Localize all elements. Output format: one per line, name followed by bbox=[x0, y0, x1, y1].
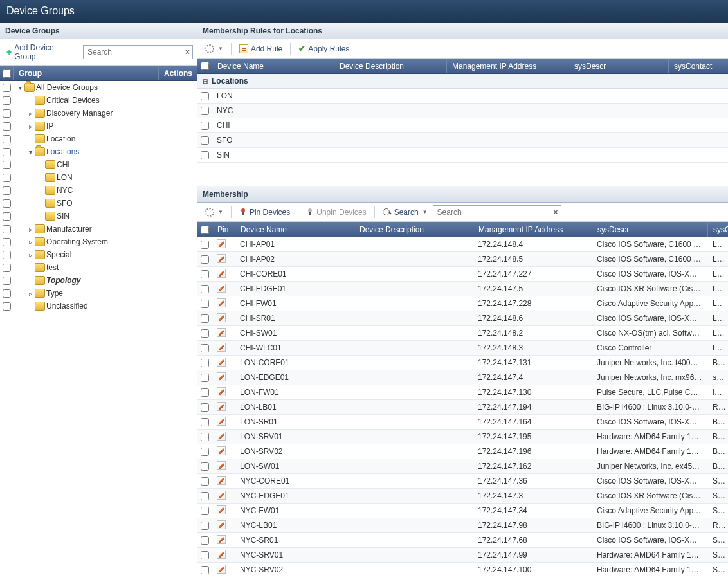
col-group[interactable]: Group bbox=[13, 66, 158, 80]
tree-toggle-icon[interactable]: ▹ bbox=[27, 290, 33, 297]
col-device-name[interactable]: Device Name bbox=[212, 59, 334, 73]
col-actions[interactable]: Actions bbox=[158, 66, 197, 80]
col-sysdescr[interactable]: sysDescr bbox=[569, 59, 668, 73]
add-device-group-button[interactable]: + Add Device Group bbox=[4, 42, 79, 62]
collapse-icon[interactable]: ⊟ bbox=[203, 78, 208, 85]
membership-row[interactable]: LON-EDGE01172.24.147.4Juniper Networks, … bbox=[197, 370, 728, 385]
tree-row[interactable]: Unclassified bbox=[0, 300, 197, 313]
membership-row-checkbox[interactable] bbox=[201, 329, 209, 338]
membership-row-checkbox[interactable] bbox=[201, 314, 209, 323]
membership-row[interactable]: LON-SW01172.24.147.162Juniper Networks, … bbox=[197, 459, 728, 474]
tree-row-checkbox[interactable] bbox=[3, 174, 11, 182]
membership-row-checkbox[interactable] bbox=[201, 285, 209, 293]
membership-row[interactable]: CHI-WLC01172.24.148.3Cisco ControllerLuk bbox=[197, 341, 728, 356]
tree-row[interactable]: Location bbox=[0, 132, 197, 145]
tree-toggle-icon[interactable]: ▾ bbox=[27, 149, 33, 156]
rule-row[interactable]: LON bbox=[197, 89, 728, 104]
membership-select-all-checkbox[interactable] bbox=[201, 226, 209, 234]
membership-row[interactable]: CHI-CORE01172.24.147.227Cisco IOS Softwa… bbox=[197, 267, 728, 282]
edit-icon[interactable] bbox=[217, 550, 226, 559]
tree-row-checkbox[interactable] bbox=[3, 84, 11, 92]
rule-row-checkbox[interactable] bbox=[201, 107, 209, 115]
tree-row-checkbox[interactable] bbox=[3, 302, 11, 311]
rule-row-checkbox[interactable] bbox=[201, 151, 209, 159]
tree-toggle-icon[interactable]: ▹ bbox=[27, 123, 33, 130]
membership-row[interactable]: NYC-CORE01172.24.147.36Cisco IOS Softwar… bbox=[197, 474, 728, 489]
device-group-tree[interactable]: ▾All Device GroupsCritical Devices▹Disco… bbox=[0, 81, 197, 582]
membership-row[interactable]: CHI-AP01172.24.148.4Cisco IOS Software, … bbox=[197, 237, 728, 252]
tree-row[interactable]: ▹Operating System bbox=[0, 235, 197, 248]
edit-icon[interactable] bbox=[217, 402, 226, 411]
tree-row[interactable]: NYC bbox=[0, 184, 197, 197]
membership-row-checkbox[interactable] bbox=[201, 507, 209, 515]
rule-row[interactable]: CHI bbox=[197, 118, 728, 133]
membership-row-checkbox[interactable] bbox=[201, 551, 209, 559]
rules-select-all-checkbox[interactable] bbox=[201, 62, 209, 70]
edit-icon[interactable] bbox=[217, 343, 226, 352]
rules-group-row[interactable]: ⊟ Locations bbox=[197, 74, 728, 89]
edit-icon[interactable] bbox=[217, 535, 226, 544]
tree-toggle-icon[interactable]: ▾ bbox=[17, 84, 23, 91]
edit-icon[interactable] bbox=[217, 269, 226, 278]
tree-row[interactable]: SIN bbox=[0, 210, 197, 223]
col-pin[interactable]: Pin bbox=[212, 223, 235, 237]
rule-row-checkbox[interactable] bbox=[201, 136, 209, 145]
unpin-devices-button[interactable]: Unpin Devices bbox=[304, 206, 369, 218]
membership-row[interactable]: LON-FW01172.24.147.130Pulse Secure, LLC,… bbox=[197, 385, 728, 400]
col-mgmt-ip[interactable]: Management IP Address bbox=[473, 223, 592, 237]
tree-row-checkbox[interactable] bbox=[3, 212, 11, 221]
rule-row[interactable]: NYC bbox=[197, 104, 728, 118]
rule-row-checkbox[interactable] bbox=[201, 92, 209, 100]
membership-row[interactable]: CHI-SR01172.24.148.6Cisco IOS Software, … bbox=[197, 311, 728, 326]
membership-row[interactable]: NYC-SR01172.24.147.68Cisco IOS Software,… bbox=[197, 533, 728, 548]
tree-toggle-icon[interactable]: ▹ bbox=[27, 226, 33, 233]
tree-row-checkbox[interactable] bbox=[3, 148, 11, 156]
tree-row-checkbox[interactable] bbox=[3, 238, 11, 246]
membership-row[interactable]: NYC-LB01172.24.147.98BIG-IP i4600 : Linu… bbox=[197, 518, 728, 533]
rules-settings-button[interactable]: ▼ bbox=[203, 43, 226, 55]
membership-row-checkbox[interactable] bbox=[201, 536, 209, 545]
membership-row[interactable]: LON-LB01172.24.147.194BIG-IP i4600 : Lin… bbox=[197, 400, 728, 415]
col-mgmt-ip[interactable]: Management IP Address bbox=[446, 59, 569, 73]
apply-rules-button[interactable]: ✔ Apply Rules bbox=[296, 42, 352, 55]
col-device-name[interactable]: Device Name bbox=[235, 223, 354, 237]
tree-toggle-icon[interactable]: ▹ bbox=[27, 110, 33, 117]
edit-icon[interactable] bbox=[217, 298, 226, 307]
edit-icon[interactable] bbox=[217, 284, 226, 293]
col-syscontact[interactable]: sysContact bbox=[707, 223, 728, 237]
membership-row-checkbox[interactable] bbox=[201, 418, 209, 426]
rule-row[interactable]: SFO bbox=[197, 133, 728, 148]
tree-toggle-icon[interactable]: ▹ bbox=[27, 239, 33, 246]
pin-devices-button[interactable]: Pin Devices bbox=[237, 206, 293, 218]
tree-row[interactable]: ▾All Device Groups bbox=[0, 81, 197, 94]
tree-row[interactable]: CHI bbox=[0, 158, 197, 171]
membership-row[interactable]: LON-SRV01172.24.147.195Hardware: AMD64 F… bbox=[197, 430, 728, 444]
edit-icon[interactable] bbox=[217, 520, 226, 529]
membership-row-checkbox[interactable] bbox=[201, 403, 209, 412]
membership-row-checkbox[interactable] bbox=[201, 270, 209, 278]
tree-row-checkbox[interactable] bbox=[3, 264, 11, 272]
tree-row[interactable]: ▹Discovery Manager bbox=[0, 107, 197, 120]
tree-row[interactable]: ▹IP bbox=[0, 120, 197, 132]
col-syscontact[interactable]: sysContact bbox=[668, 59, 728, 73]
membership-row-checkbox[interactable] bbox=[201, 522, 209, 530]
membership-row-checkbox[interactable] bbox=[201, 448, 209, 456]
edit-icon[interactable] bbox=[217, 372, 226, 381]
edit-icon[interactable] bbox=[217, 491, 226, 500]
membership-row[interactable]: NYC-EDGE01172.24.147.3Cisco IOS XR Softw… bbox=[197, 489, 728, 504]
edit-icon[interactable] bbox=[217, 358, 226, 367]
membership-row[interactable]: NYC-SRV02172.24.147.100Hardware: AMD64 F… bbox=[197, 563, 728, 577]
clear-search-icon[interactable]: × bbox=[554, 208, 558, 217]
membership-search-button[interactable]: Search ▼ bbox=[380, 206, 430, 218]
membership-row-checkbox[interactable] bbox=[201, 344, 209, 352]
edit-icon[interactable] bbox=[217, 417, 226, 426]
tree-row-checkbox[interactable] bbox=[3, 122, 11, 131]
membership-row-checkbox[interactable] bbox=[201, 566, 209, 574]
tree-row[interactable]: SFO bbox=[0, 197, 197, 210]
edit-icon[interactable] bbox=[217, 461, 226, 470]
membership-row[interactable]: LON-SRV02172.24.147.196Hardware: AMD64 F… bbox=[197, 444, 728, 459]
left-search[interactable]: × bbox=[83, 45, 193, 59]
clear-search-icon[interactable]: × bbox=[185, 48, 190, 57]
membership-search-input[interactable] bbox=[436, 206, 554, 218]
membership-row[interactable]: LON-CORE01172.24.147.131Juniper Networks… bbox=[197, 356, 728, 370]
